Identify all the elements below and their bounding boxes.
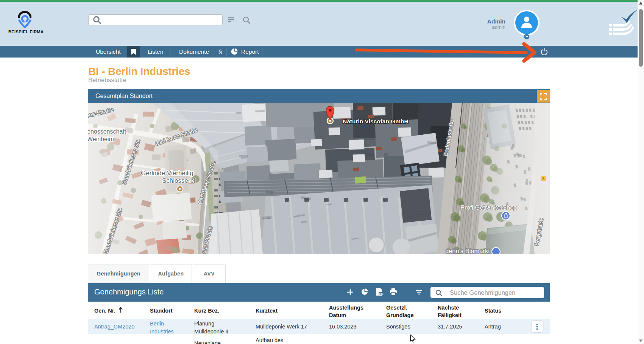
svg-text:Schlosserei: Schlosserei bbox=[162, 177, 195, 184]
svg-text:enossenschaft: enossenschaft bbox=[88, 128, 126, 135]
svg-text:Naturin Viscofan GmbH: Naturin Viscofan GmbH bbox=[343, 118, 409, 125]
svg-text:Weinheim: Weinheim bbox=[88, 136, 114, 142]
svg-text:3: 3 bbox=[542, 176, 544, 181]
svg-text:CSV: CSV bbox=[379, 293, 383, 295]
svg-text:Gerlinde Vierheilig: Gerlinde Vierheilig bbox=[141, 170, 193, 177]
svg-text:denn's Biomarkt: denn's Biomarkt bbox=[445, 247, 490, 254]
svg-text:Profi Getränke Shop: Profi Getränke Shop bbox=[460, 204, 517, 211]
